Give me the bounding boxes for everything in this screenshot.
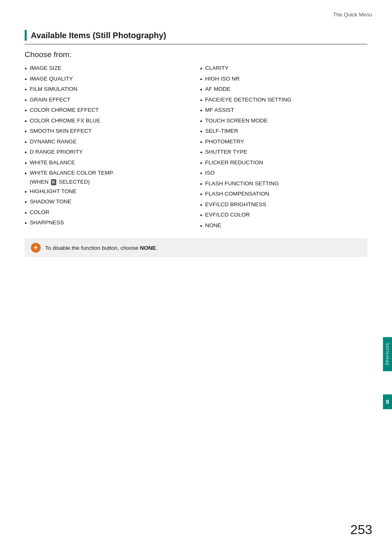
note-box: ✦ To disable the function button, choose… — [25, 238, 367, 257]
title-bar-decoration — [25, 30, 27, 41]
list-item: • HIGHLIGHT TONE — [25, 187, 192, 197]
wb-subtext: (WHEN K SELECTED) — [30, 177, 114, 187]
item-text: MF ASSIST — [205, 105, 234, 115]
bullet: • — [200, 126, 202, 137]
main-content: Available Items (Still Photography) Choo… — [0, 22, 392, 274]
item-text: IMAGE SIZE — [30, 63, 61, 74]
page-header: The Quick Menu — [0, 0, 392, 22]
bullet: • — [25, 158, 27, 168]
item-text: AF MODE — [205, 84, 231, 94]
list-item: • GRAIN EFFECT — [25, 95, 192, 106]
wb-group: WHITE BALANCE COLOR TEMP. (WHEN K SELECT… — [30, 168, 114, 187]
chapter-number: 9 — [386, 399, 389, 405]
bullet: • — [25, 84, 27, 95]
list-item-wb-color-temp: • WHITE BALANCE COLOR TEMP. (WHEN K SELE… — [25, 168, 192, 187]
item-text: NONE — [205, 221, 221, 231]
note-icon: ✦ — [30, 242, 41, 253]
sidebar-tab: Shortcuts — [383, 337, 392, 371]
list-item: • AF MODE — [200, 84, 367, 95]
bullet: • — [200, 210, 202, 221]
list-item: • EVF/LCD COLOR — [200, 210, 367, 221]
list-item: • IMAGE SIZE — [25, 63, 192, 74]
list-item: • MF ASSIST — [200, 105, 367, 116]
item-text: CLARITY — [205, 63, 228, 74]
section-title: Available Items (Still Photography) — [25, 30, 367, 44]
item-text: SHUTTER TYPE — [205, 147, 247, 157]
item-text: SHARPNESS — [30, 218, 64, 228]
item-text: COLOR CHROME EFFECT — [30, 105, 99, 115]
item-text: FLASH FUNCTION SETTING — [205, 179, 279, 189]
section-title-text: Available Items (Still Photography) — [31, 31, 166, 40]
list-item: • SHARPNESS — [25, 218, 192, 228]
item-text: WHITE BALANCE COLOR TEMP. — [30, 168, 114, 178]
choose-label: Choose from: — [25, 50, 367, 59]
bullet: • — [200, 221, 202, 231]
list-item: • COLOR CHROME EFFECT — [25, 105, 192, 116]
item-text: DYNAMIC RANGE — [30, 137, 76, 147]
bullet: • — [25, 218, 27, 228]
bullet: • — [25, 126, 27, 137]
item-text: HIGH ISO NR — [205, 74, 240, 84]
bullet: • — [25, 168, 27, 179]
bullet: • — [200, 158, 202, 168]
list-item: • HIGH ISO NR — [200, 74, 367, 85]
bullet: • — [25, 197, 27, 207]
bullet: • — [200, 179, 202, 189]
note-prefix: To disable the function button, choose — [45, 245, 140, 251]
bullet: • — [200, 137, 202, 147]
bullet: • — [200, 147, 202, 158]
item-text: SHADOW TONE — [30, 197, 71, 207]
note-text: To disable the function button, choose N… — [45, 245, 157, 251]
page-number: 253 — [350, 522, 372, 537]
bullet: • — [25, 137, 27, 147]
item-text: FLASH COMPENSATION — [205, 189, 269, 199]
item-text: PHOTOMETRY — [205, 137, 244, 147]
list-item: • FACE/EYE DETECTION SETTING — [200, 95, 367, 106]
svg-text:✦: ✦ — [33, 245, 38, 251]
list-item: • DYNAMIC RANGE — [25, 137, 192, 147]
list-item: • ISO — [200, 168, 367, 179]
bullet: • — [200, 116, 202, 127]
k-icon: K — [51, 179, 56, 185]
item-text: TOUCH SCREEN MODE — [205, 116, 267, 126]
bullet: • — [25, 207, 27, 218]
item-text: ISO — [205, 168, 214, 178]
bullet: • — [25, 105, 27, 116]
bullet: • — [200, 95, 202, 106]
bullet: • — [200, 189, 202, 200]
bullet: • — [25, 74, 27, 85]
bullet: • — [200, 105, 202, 116]
item-text: COLOR CHROME FX BLUE — [30, 116, 100, 126]
bullet: • — [25, 187, 27, 197]
list-item: • WHITE BALANCE — [25, 158, 192, 168]
bullet: • — [200, 84, 202, 95]
list-item: • COLOR CHROME FX BLUE — [25, 116, 192, 127]
list-item: • D RANGE PRIORITY — [25, 147, 192, 158]
list-item: • CLARITY — [200, 63, 367, 74]
list-item: • TOUCH SCREEN MODE — [200, 116, 367, 127]
item-text: HIGHLIGHT TONE — [30, 187, 76, 197]
item-text: WHITE BALANCE — [30, 158, 75, 168]
item-text: FLICKER REDUCTION — [205, 158, 263, 168]
columns-container: • IMAGE SIZE • IMAGE QUALITY • FILM SIMU… — [25, 63, 367, 231]
list-item: • EVF/LCD BRIGHTNESS — [200, 200, 367, 210]
bullet: • — [25, 147, 27, 158]
list-item: • FLICKER REDUCTION — [200, 158, 367, 168]
chapter-tab: 9 — [383, 394, 392, 409]
item-text: EVF/LCD BRIGHTNESS — [205, 200, 266, 210]
list-item: • SMOOTH SKIN EFFECT — [25, 126, 192, 137]
item-text: EVF/LCD COLOR — [205, 210, 250, 220]
list-item: • FLASH FUNCTION SETTING — [200, 179, 367, 189]
list-item: • NONE — [200, 221, 367, 231]
item-text: COLOR — [30, 207, 49, 218]
list-item: • FLASH COMPENSATION — [200, 189, 367, 200]
item-text: SMOOTH SKIN EFFECT — [30, 126, 92, 136]
list-item: • SELF-TIMER — [200, 126, 367, 137]
list-item: • IMAGE QUALITY — [25, 74, 192, 85]
item-text: GRAIN EFFECT — [30, 95, 70, 105]
bullet: • — [25, 95, 27, 106]
list-item: • FILM SIMULATION — [25, 84, 192, 95]
item-text: D RANGE PRIORITY — [30, 147, 83, 157]
note-bold: NONE — [140, 245, 156, 251]
right-column: • CLARITY • HIGH ISO NR • AF MODE • FACE… — [200, 63, 367, 231]
